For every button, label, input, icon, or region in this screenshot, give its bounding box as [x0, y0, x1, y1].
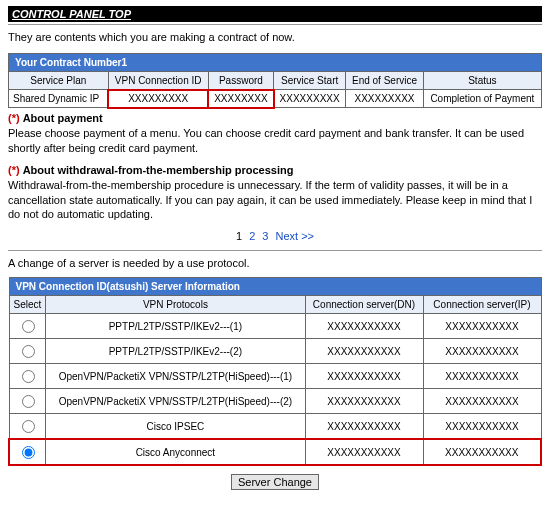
select-cell [9, 364, 46, 389]
dn-cell: XXXXXXXXXXX [305, 364, 423, 389]
server-select-radio[interactable] [22, 420, 35, 433]
note-withdrawal-body: Withdrawal-from-the-membership procedure… [8, 178, 542, 223]
col-status: Status [423, 72, 541, 90]
protocol-cell: Cisco IPSEC [46, 414, 305, 440]
server-row: OpenVPN/PacketiX VPN/SSTP/L2TP(HiSpeed)-… [9, 364, 541, 389]
col-vpn-id: VPN Connection ID [108, 72, 208, 90]
server-row: OpenVPN/PacketiX VPN/SSTP/L2TP(HiSpeed)-… [9, 389, 541, 414]
col-service-start: Service Start [274, 72, 346, 90]
ip-cell: XXXXXXXXXXX [423, 389, 541, 414]
server-select-radio[interactable] [22, 320, 35, 333]
pager-next[interactable]: Next >> [276, 230, 315, 242]
server-select-radio[interactable] [22, 446, 35, 459]
protocol-cell: OpenVPN/PacketiX VPN/SSTP/L2TP(HiSpeed)-… [46, 389, 305, 414]
cell-password: XXXXXXXX [208, 90, 273, 108]
page-title: CONTROL PANEL TOP [8, 6, 542, 22]
intro-text: They are contents which you are making a… [8, 31, 542, 43]
select-cell [9, 314, 46, 339]
cell-status: Completion of Payment [423, 90, 541, 108]
select-cell [9, 339, 46, 364]
col-service-plan: Service Plan [9, 72, 109, 90]
select-cell [9, 389, 46, 414]
dn-cell: XXXXXXXXXXX [305, 339, 423, 364]
cell-start: XXXXXXXXX [274, 90, 346, 108]
page-title-text: CONTROL PANEL TOP [12, 8, 131, 20]
col-end-of-service: End of Service [346, 72, 423, 90]
server-row: Cisco AnyconnectXXXXXXXXXXXXXXXXXXXXXX [9, 439, 541, 465]
server-table: VPN Connection ID(atsushi) Server Inform… [8, 277, 542, 466]
pager-page-2[interactable]: 2 [249, 230, 255, 242]
protocol-cell: PPTP/L2TP/SSTP/IKEv2---(2) [46, 339, 305, 364]
contract-header: Your Contract Number1 [9, 54, 542, 72]
contract-columns: Service Plan VPN Connection ID Password … [9, 72, 542, 90]
protocol-cell: Cisco Anyconnect [46, 439, 305, 465]
bullet-icon: (*) [8, 164, 20, 176]
col-ip: Connection server(IP) [423, 296, 541, 314]
ip-cell: XXXXXXXXXXX [423, 339, 541, 364]
server-select-radio[interactable] [22, 395, 35, 408]
dn-cell: XXXXXXXXXXX [305, 439, 423, 465]
note-payment: (*) About payment Please choose payment … [8, 112, 542, 156]
contract-table: Your Contract Number1 Service Plan VPN C… [8, 53, 542, 108]
note-withdrawal-title: About withdrawal-from-the-membership pro… [23, 164, 294, 176]
note-withdrawal: (*) About withdrawal-from-the-membership… [8, 164, 542, 223]
pager-page-3[interactable]: 3 [262, 230, 268, 242]
col-dn: Connection server(DN) [305, 296, 423, 314]
server-select-radio[interactable] [22, 345, 35, 358]
dn-cell: XXXXXXXXXXX [305, 389, 423, 414]
server-change-button[interactable]: Server Change [231, 474, 319, 490]
server-table-header: VPN Connection ID(atsushi) Server Inform… [9, 278, 541, 296]
server-select-radio[interactable] [22, 370, 35, 383]
server-row: PPTP/L2TP/SSTP/IKEv2---(2)XXXXXXXXXXXXXX… [9, 339, 541, 364]
pager-divider [8, 250, 542, 251]
cell-end: XXXXXXXXX [346, 90, 423, 108]
ip-cell: XXXXXXXXXXX [423, 314, 541, 339]
server-row: PPTP/L2TP/SSTP/IKEv2---(1)XXXXXXXXXXXXXX… [9, 314, 541, 339]
title-divider [8, 24, 542, 25]
bullet-icon: (*) [8, 112, 20, 124]
server-columns: Select VPN Protocols Connection server(D… [9, 296, 541, 314]
contract-row: Shared Dynamic IP XXXXXXXXX XXXXXXXX XXX… [9, 90, 542, 108]
ip-cell: XXXXXXXXXXX [423, 439, 541, 465]
cell-plan: Shared Dynamic IP [9, 90, 109, 108]
pager: 1 2 3 Next >> [8, 230, 542, 242]
select-cell [9, 439, 46, 465]
dn-cell: XXXXXXXXXXX [305, 314, 423, 339]
dn-cell: XXXXXXXXXXX [305, 414, 423, 440]
server-row: Cisco IPSECXXXXXXXXXXXXXXXXXXXXXX [9, 414, 541, 440]
change-note: A change of a server is needed by a use … [8, 257, 542, 269]
ip-cell: XXXXXXXXXXX [423, 414, 541, 440]
note-payment-body: Please choose payment of a menu. You can… [8, 126, 542, 156]
ip-cell: XXXXXXXXXXX [423, 364, 541, 389]
protocol-cell: OpenVPN/PacketiX VPN/SSTP/L2TP(HiSpeed)-… [46, 364, 305, 389]
pager-page-1[interactable]: 1 [236, 230, 242, 242]
select-cell [9, 414, 46, 440]
note-payment-title: About payment [23, 112, 103, 124]
col-password: Password [208, 72, 273, 90]
col-protocols: VPN Protocols [46, 296, 305, 314]
col-select: Select [9, 296, 46, 314]
protocol-cell: PPTP/L2TP/SSTP/IKEv2---(1) [46, 314, 305, 339]
cell-vpn-id: XXXXXXXXX [108, 90, 208, 108]
